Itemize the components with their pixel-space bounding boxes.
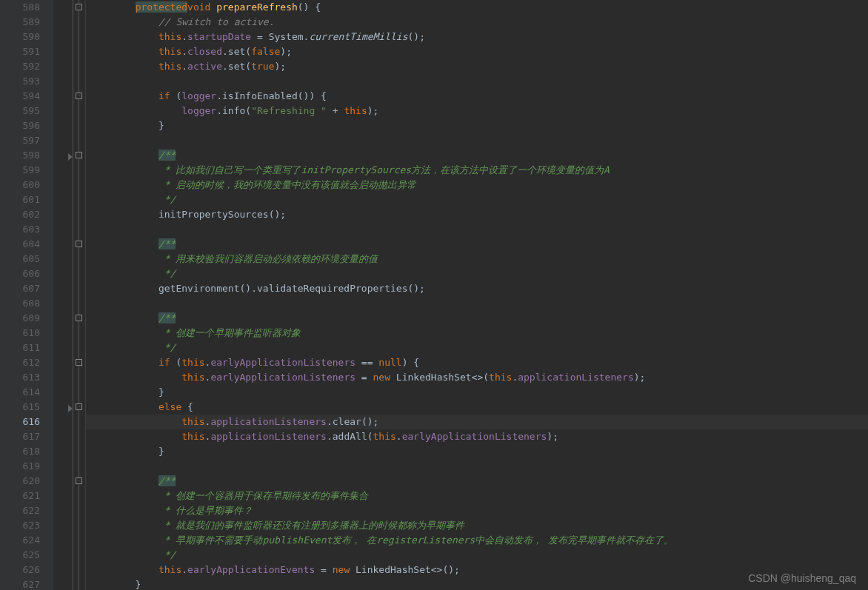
- code-line[interactable]: this.closed.set(false);: [86, 44, 868, 59]
- code-line[interactable]: else {: [86, 400, 868, 415]
- line-number[interactable]: 623: [10, 518, 40, 533]
- code-line[interactable]: * 创建一个早期事件监听器对象: [86, 326, 868, 341]
- code-line[interactable]: this.applicationListeners.clear();: [86, 415, 868, 429]
- code-line[interactable]: * 比如我们自己写一个类重写了initPropertySources方法，在该方…: [86, 163, 868, 178]
- fold-toggle-icon[interactable]: -: [76, 315, 82, 321]
- line-number[interactable]: 610: [10, 326, 40, 341]
- line-number[interactable]: 618: [10, 444, 40, 459]
- line-number[interactable]: 598: [10, 148, 40, 163]
- fold-guide: [79, 0, 79, 590]
- line-number[interactable]: 596: [10, 118, 40, 133]
- code-editor[interactable]: 5885895905915925935945955965975985996006…: [0, 0, 868, 590]
- code-line[interactable]: * 什么是早期事件？: [86, 503, 868, 518]
- line-number[interactable]: 622: [10, 503, 40, 518]
- fold-toggle-icon[interactable]: -: [76, 152, 82, 158]
- bookmark-icon: [68, 153, 73, 161]
- line-number[interactable]: 603: [10, 222, 40, 237]
- line-number[interactable]: 614: [10, 385, 40, 400]
- code-line[interactable]: /**: [86, 311, 868, 326]
- code-line[interactable]: [86, 133, 868, 148]
- line-number-gutter[interactable]: 5885895905915925935945955965975985996006…: [10, 0, 53, 590]
- code-line[interactable]: * 创建一个容器用于保存早期待发布的事件集合: [86, 489, 868, 503]
- code-line[interactable]: /**: [86, 474, 868, 489]
- line-number[interactable]: 590: [10, 30, 40, 44]
- line-number[interactable]: 600: [10, 178, 40, 192]
- code-line[interactable]: protectedvoid prepareRefresh() {: [86, 0, 868, 15]
- code-line[interactable]: logger.info("Refreshing " + this);: [86, 104, 868, 118]
- line-number[interactable]: 615: [10, 400, 40, 415]
- code-line[interactable]: if (this.earlyApplicationListeners == nu…: [86, 355, 868, 370]
- line-number[interactable]: 609: [10, 311, 40, 326]
- line-number[interactable]: 617: [10, 429, 40, 444]
- code-line[interactable]: [86, 74, 868, 89]
- line-number[interactable]: 602: [10, 207, 40, 222]
- code-line[interactable]: }: [86, 444, 868, 459]
- fold-toggle-icon[interactable]: -: [76, 477, 82, 484]
- line-number[interactable]: 595: [10, 104, 40, 118]
- code-line[interactable]: * 启动的时候，我的环境变量中没有该值就会启动抛出异常: [86, 178, 868, 192]
- line-number[interactable]: 597: [10, 133, 40, 148]
- line-number[interactable]: 624: [10, 533, 40, 548]
- code-line[interactable]: */: [86, 266, 868, 281]
- code-line[interactable]: */: [86, 341, 868, 355]
- code-line[interactable]: * 用来校验我们容器启动必须依赖的环境变量的值: [86, 252, 868, 266]
- fold-toggle-icon[interactable]: -: [76, 93, 82, 99]
- line-number[interactable]: 613: [10, 370, 40, 385]
- code-line[interactable]: */: [86, 548, 868, 563]
- line-number[interactable]: 592: [10, 59, 40, 74]
- code-line[interactable]: /**: [86, 237, 868, 252]
- watermark-text: CSDN @huisheng_qaq: [748, 572, 856, 584]
- line-number[interactable]: 627: [10, 577, 40, 590]
- code-line[interactable]: /**: [86, 148, 868, 163]
- line-number[interactable]: 621: [10, 489, 40, 503]
- fold-toggle-icon[interactable]: -: [76, 4, 82, 10]
- code-line[interactable]: * 就是我们的事件监听器还没有注册到多播器上的时候都称为早期事件: [86, 518, 868, 533]
- line-number[interactable]: 607: [10, 281, 40, 296]
- bookmark-icon: [68, 405, 73, 412]
- line-number[interactable]: 626: [10, 563, 40, 577]
- line-number[interactable]: 589: [10, 15, 40, 30]
- code-line[interactable]: this.startupDate = System.currentTimeMil…: [86, 30, 868, 44]
- line-number[interactable]: 619: [10, 459, 40, 474]
- code-line[interactable]: [86, 296, 868, 311]
- code-line[interactable]: this.earlyApplicationListeners = new Lin…: [86, 370, 868, 385]
- code-line[interactable]: [86, 459, 868, 474]
- fold-toggle-icon[interactable]: -: [76, 241, 82, 247]
- code-line[interactable]: this.active.set(true);: [86, 59, 868, 74]
- code-line[interactable]: getEnvironment().validateRequiredPropert…: [86, 281, 868, 296]
- code-line[interactable]: initPropertySources();: [86, 207, 868, 222]
- line-number[interactable]: 599: [10, 163, 40, 178]
- line-number[interactable]: 611: [10, 341, 40, 355]
- code-line[interactable]: }: [86, 385, 868, 400]
- line-number[interactable]: 594: [10, 89, 40, 104]
- line-number[interactable]: 604: [10, 237, 40, 252]
- fold-toggle-icon[interactable]: -: [76, 359, 82, 366]
- code-content[interactable]: protectedvoid prepareRefresh() { // Swit…: [86, 0, 868, 590]
- code-line[interactable]: */: [86, 192, 868, 207]
- fold-guide: [73, 0, 73, 590]
- line-number[interactable]: 625: [10, 548, 40, 563]
- breakpoint-column[interactable]: [0, 0, 10, 590]
- code-line[interactable]: [86, 222, 868, 237]
- code-line[interactable]: // Switch to active.: [86, 15, 868, 30]
- code-line[interactable]: * 早期事件不需要手动publishEvent发布， 在registerList…: [86, 533, 868, 548]
- code-line[interactable]: if (logger.isInfoEnabled()) {: [86, 89, 868, 104]
- line-number[interactable]: 588: [10, 0, 40, 15]
- fold-column[interactable]: - - - - - - - -: [53, 0, 86, 590]
- code-line[interactable]: }: [86, 118, 868, 133]
- code-line[interactable]: this.applicationListeners.addAll(this.ea…: [86, 429, 868, 444]
- fold-toggle-icon[interactable]: -: [76, 403, 82, 410]
- line-number[interactable]: 612: [10, 355, 40, 370]
- line-number[interactable]: 605: [10, 252, 40, 266]
- line-number[interactable]: 620: [10, 474, 40, 489]
- line-number[interactable]: 608: [10, 296, 40, 311]
- line-number[interactable]: 606: [10, 266, 40, 281]
- line-number[interactable]: 601: [10, 192, 40, 207]
- line-number[interactable]: 593: [10, 74, 40, 89]
- line-number[interactable]: 616: [10, 415, 40, 429]
- line-number[interactable]: 591: [10, 44, 40, 59]
